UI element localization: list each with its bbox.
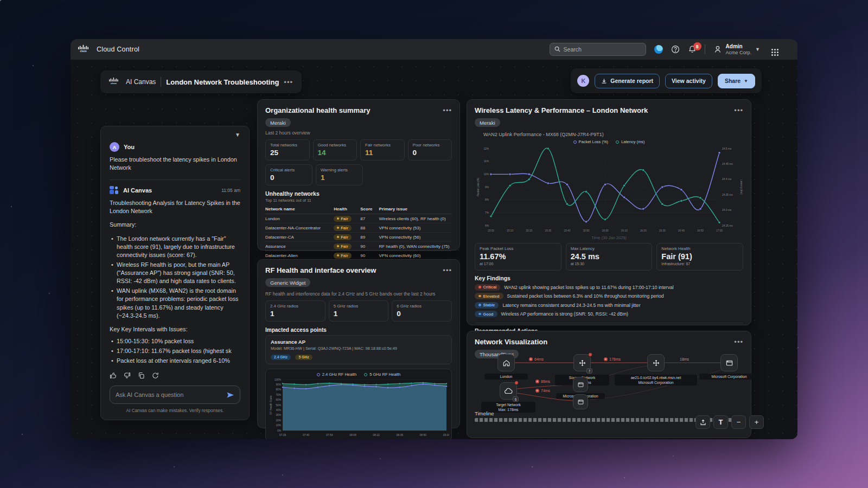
node-london[interactable] — [497, 354, 515, 371]
panel-menu-button[interactable]: ••• — [443, 106, 452, 114]
search-icon — [554, 44, 560, 54]
node-hop-ae21[interactable] — [647, 354, 665, 371]
table-row[interactable]: AssuranceFair90RF health (0), WAN connec… — [265, 242, 452, 251]
unhealthy-networks-subtitle: Top 11 networks out of 11 — [265, 198, 459, 203]
latency-chart: 15:0015:1015:2015:3015:4015:5016:0016:10… — [475, 144, 744, 234]
collaborator-avatar[interactable]: K — [577, 75, 589, 87]
svg-text:15:00: 15:00 — [488, 229, 494, 232]
theme-toggle-icon[interactable] — [654, 45, 663, 54]
svg-text:16:30: 16:30 — [659, 229, 666, 232]
panel-menu-button[interactable]: ••• — [734, 106, 743, 114]
thumbs-down-icon[interactable] — [124, 372, 131, 379]
node-count-badge: 7 — [586, 368, 592, 374]
canvas-title-bar: cisco AI Canvas London Network Troublesh… — [100, 70, 302, 93]
search-input[interactable] — [564, 46, 641, 53]
svg-text:16:00: 16:00 — [602, 229, 608, 232]
svg-text:Latency (ms): Latency (ms) — [740, 179, 743, 195]
severity-badge: Critical — [475, 284, 500, 291]
panel-menu-button[interactable]: ••• — [734, 338, 743, 346]
node-ms-corp-right[interactable] — [720, 354, 738, 371]
ai-canvas-surface[interactable]: cisco AI Canvas London Network Troublesh… — [71, 60, 797, 439]
table-row[interactable]: Datacenter-CAFair89VPN connectivity (56) — [265, 233, 452, 242]
stat-card: 2.4 GHz radios1 — [265, 300, 326, 322]
search-box[interactable] — [550, 43, 646, 56]
key-findings-title: Key Findings — [475, 275, 743, 281]
alert-dot — [514, 381, 519, 385]
impacted-aps-title: Impacted access points — [265, 327, 452, 333]
svg-text:15:30: 15:30 — [545, 229, 551, 232]
canvas-actions-bar: K Generate report View activity Share ▼ — [571, 68, 762, 93]
svg-text:24.3 ms: 24.3 ms — [722, 209, 732, 211]
notifications-bell-icon[interactable]: 8 — [688, 45, 697, 54]
svg-text:09:04: 09:04 — [443, 433, 449, 436]
table-row[interactable]: Datacenter-NA-ConcentratorFair88VPN conn… — [265, 223, 452, 233]
send-icon[interactable] — [226, 391, 234, 399]
node-source-network[interactable]: 7 — [573, 354, 591, 371]
zoom-out-button[interactable]: − — [731, 415, 746, 429]
help-icon[interactable] — [671, 45, 680, 54]
stat-card: Poor networks0 — [408, 139, 452, 160]
chat-input-box[interactable] — [110, 386, 240, 404]
export-button[interactable] — [695, 415, 710, 429]
view-activity-button[interactable]: View activity — [665, 74, 712, 88]
user-icon — [713, 45, 722, 54]
svg-text:10%: 10% — [276, 424, 281, 427]
svg-text:70%: 70% — [276, 394, 281, 396]
svg-text:24.4 ms: 24.4 ms — [722, 178, 732, 181]
share-button[interactable]: Share ▼ — [718, 74, 755, 88]
chat-input[interactable] — [116, 391, 222, 398]
access-point-card[interactable]: Assurance AP Model: MR36-HW | Serial: Q3… — [265, 335, 452, 364]
text-tool-button[interactable]: T — [713, 415, 728, 429]
table-row[interactable]: LondonFair87Wireless clients (60), RF he… — [265, 214, 452, 223]
node-target-network[interactable]: 6 — [500, 382, 517, 400]
canvas-app-name: AI Canvas — [126, 78, 156, 86]
topology-graph: London 7 Source NetworkMax: 64ms — [475, 354, 743, 409]
svg-text:8%: 8% — [485, 198, 489, 201]
stat-card: Warning alerts1 — [316, 164, 363, 185]
user-avatar: A — [110, 142, 119, 152]
copy-icon[interactable] — [138, 372, 145, 379]
chevron-down-icon: ▼ — [755, 47, 760, 52]
chat-panel: ▼ A You Please troubleshoot the latency … — [100, 126, 250, 420]
canvas-menu-button[interactable]: ••• — [284, 78, 293, 86]
panel-title: RF Health and interface overview — [265, 266, 376, 274]
user-message-author: You — [124, 144, 135, 150]
rf-health-panel: RF Health and interface overview ••• Gen… — [257, 259, 460, 428]
regenerate-icon[interactable] — [152, 372, 159, 379]
title-divider — [161, 77, 161, 87]
ap-name: Assurance AP — [271, 339, 446, 345]
thumbs-up-icon[interactable] — [110, 372, 117, 379]
panel-menu-button[interactable]: ••• — [443, 266, 452, 274]
app-grid-icon[interactable] — [768, 46, 776, 53]
svg-text:12%: 12% — [483, 147, 489, 150]
key-findings-list: CriticalWAN2 uplink showing packet loss … — [475, 284, 743, 318]
svg-text:60%: 60% — [276, 399, 281, 401]
node-ms-corp-mid-a[interactable] — [573, 377, 588, 392]
stat-card: Critical alerts0 — [265, 164, 312, 185]
panel-subtitle: Last 2 hours overview — [265, 130, 459, 136]
cisco-logo-icon: cisco — [109, 77, 121, 87]
generate-report-button[interactable]: Generate report — [595, 74, 660, 88]
chart-subtitle: WAN2 Uplink Performance - MX68 (Q2MN-J7R… — [483, 132, 751, 137]
home-icon — [502, 359, 510, 367]
svg-text:90%: 90% — [276, 383, 281, 386]
node-ms-corp-mid-b[interactable] — [573, 394, 588, 409]
svg-text:16:40: 16:40 — [678, 229, 685, 232]
svg-text:30%: 30% — [276, 414, 281, 416]
svg-text:cisco: cisco — [111, 82, 117, 85]
severity-badge: Stable — [475, 302, 499, 309]
user-menu[interactable]: Admin Acme Corp. ▼ — [713, 43, 760, 55]
health-dot — [337, 236, 339, 238]
health-dot — [337, 245, 339, 247]
ai-canvas-logo-icon — [110, 186, 119, 195]
svg-text:0%: 0% — [277, 429, 282, 432]
svg-text:40%: 40% — [276, 409, 281, 412]
topbar-divider — [705, 44, 705, 54]
org-stats-row: Total networks25Good networks14Fair netw… — [265, 139, 452, 160]
message-timestamp: 11:05 am — [221, 188, 240, 193]
zoom-in-button[interactable]: + — [749, 415, 764, 429]
collapse-chevron-icon[interactable]: ▼ — [235, 132, 240, 138]
intervals-bullet-list: 15:00-15:30: 10% packet loss17:00-17:10:… — [110, 336, 240, 365]
node-label: ae21-0.icr02.by4.ntwk.msn.netMicrosoft C… — [615, 375, 697, 386]
alert-dot — [588, 352, 592, 357]
